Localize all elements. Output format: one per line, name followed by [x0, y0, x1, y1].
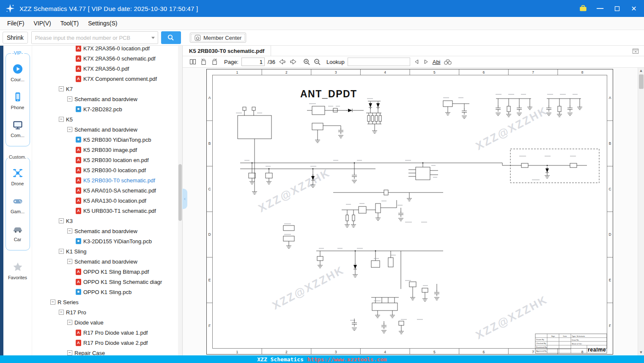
- collapse-icon[interactable]: [59, 249, 64, 254]
- tree-item[interactable]: K7X 2RA356-0 location.pdf: [32, 46, 182, 53]
- tree-item[interactable]: OPPO K1 Sling Schematic diagr: [32, 277, 182, 287]
- svg-text:Sheet of Ver:: Sheet of Ver:: [572, 343, 582, 345]
- tree-scrollbar[interactable]: [178, 46, 182, 355]
- tree-item[interactable]: R17 Pro Diode value 2.pdf: [32, 338, 182, 348]
- menu-file[interactable]: File(F): [3, 17, 29, 30]
- abi-toggle[interactable]: Abi: [433, 59, 441, 65]
- next-page-icon[interactable]: [289, 58, 297, 66]
- sidebar-item-favorites[interactable]: Favorites: [3, 261, 32, 280]
- collapse-icon[interactable]: [67, 350, 72, 355]
- tree-item[interactable]: K7: [32, 84, 182, 94]
- search-input[interactable]: [32, 32, 148, 44]
- collapse-icon[interactable]: [59, 218, 64, 223]
- zoom-out-icon[interactable]: [313, 58, 321, 66]
- maximize-icon[interactable]: [610, 2, 624, 15]
- sidebar-item-course[interactable]: Cour...: [6, 63, 30, 82]
- tree-item[interactable]: R17 Pro Diode value 1.pdf: [32, 327, 182, 338]
- pdf-scrollbar[interactable]: ▲ ▼: [638, 68, 644, 355]
- tree-item[interactable]: K3: [32, 216, 182, 226]
- tree-item[interactable]: OPPO K1 Sling Bitmap.pdf: [32, 267, 182, 277]
- collapse-icon[interactable]: [59, 310, 64, 315]
- tree-scrollbar-thumb[interactable]: [178, 164, 182, 221]
- tree-item[interactable]: K1 Sling: [32, 246, 182, 256]
- tree-item[interactable]: K5 URB030-T1 schematic.pdf: [32, 206, 182, 216]
- tree-item[interactable]: K5 2RB030-T0 schematic.pdf: [32, 175, 182, 185]
- tree-item[interactable]: K3-2DD155 YiDianTong.pcb: [32, 236, 182, 246]
- search-prev-icon[interactable]: [413, 58, 420, 65]
- menu-settings[interactable]: Settings(S): [83, 17, 122, 30]
- skin-icon[interactable]: [576, 2, 590, 15]
- rotate-right-icon[interactable]: [211, 58, 219, 66]
- svg-text:C: C: [608, 187, 611, 191]
- tree-item[interactable]: Schematic and boardview: [32, 256, 182, 267]
- tree-item[interactable]: Repair Case: [32, 348, 182, 355]
- tree-item[interactable]: Schematic and boardview: [32, 94, 182, 104]
- collapse-icon[interactable]: [67, 127, 72, 132]
- collapse-icon[interactable]: [67, 228, 72, 234]
- zoom-in-icon[interactable]: [303, 58, 310, 66]
- tree-item[interactable]: K5 2RB030 image.pdf: [32, 145, 182, 155]
- tree-item-label: Schematic and boardview: [74, 228, 137, 234]
- collapse-icon[interactable]: [67, 320, 72, 325]
- collapse-icon[interactable]: [50, 300, 55, 305]
- panel-collapse-icon[interactable]: ‹: [182, 189, 187, 209]
- pdf-scrollbar-thumb[interactable]: [639, 74, 644, 89]
- tree-item[interactable]: K5 2RB030-0 location.pdf: [32, 165, 182, 175]
- sidebar-item-car[interactable]: Car: [6, 223, 30, 242]
- two-page-view-icon[interactable]: [189, 58, 197, 66]
- tree-item[interactable]: K7X Component comment.pdf: [32, 74, 182, 84]
- tree-item[interactable]: K5 ARA010-SA schematic.pdf: [32, 185, 182, 195]
- tree-item[interactable]: R Series: [32, 297, 182, 307]
- scroll-up-icon[interactable]: ▲: [638, 68, 644, 74]
- vip-group: -VIP- Cour... Phone Com...: [5, 53, 30, 146]
- sidebar-item-computer[interactable]: Com...: [6, 119, 30, 138]
- menu-tool[interactable]: Tool(T): [56, 17, 84, 30]
- rotate-left-icon[interactable]: [200, 58, 208, 66]
- member-center-button[interactable]: Member Center: [190, 33, 246, 43]
- prev-page-icon[interactable]: [278, 58, 286, 66]
- binoculars-icon[interactable]: [444, 58, 452, 65]
- tree-item[interactable]: K5 2RB030 location en.pdf: [32, 155, 182, 165]
- svg-text:A: A: [609, 96, 611, 100]
- sidebar-item-game[interactable]: Gam...: [6, 195, 30, 214]
- tree-item[interactable]: K5: [32, 114, 182, 124]
- tree-item[interactable]: K7-2BD282.pcb: [32, 104, 182, 114]
- pdf-viewport[interactable]: 1122334455667788AABBCCDDEEFF XZZ@XZZHKXZ…: [183, 68, 644, 355]
- shrink-button[interactable]: Shrink: [3, 32, 28, 44]
- tree-item[interactable]: R17 Pro: [32, 307, 182, 317]
- tree-item[interactable]: K7X 2RA356-0 schematic.pdf: [32, 53, 182, 63]
- tree-item-label: K7X Component comment.pdf: [83, 76, 157, 82]
- tree-item-label: Repair Case: [74, 350, 105, 356]
- file-tree: K7X 2RA356-0 location.pdfK7X 2RA356-0 sc…: [32, 46, 182, 355]
- tree-item[interactable]: K5 ARA130-0 location.pdf: [32, 195, 182, 206]
- sidebar-item-drone[interactable]: Drone: [6, 168, 30, 186]
- menu-vip[interactable]: VIP(V): [29, 17, 55, 30]
- search-button[interactable]: [161, 31, 181, 44]
- tree-item[interactable]: K5 2RB030 YiDianTong.pcb: [32, 135, 182, 145]
- collapse-icon[interactable]: [59, 117, 64, 122]
- close-icon[interactable]: ✕: [627, 2, 641, 15]
- pdf-file-icon: [76, 208, 81, 214]
- tab-schematic-pdf[interactable]: K5 2RB030-T0 schematic.pdf: [183, 46, 271, 56]
- custom-group: Custom. Drone Gam... Car: [5, 157, 30, 250]
- collapse-icon[interactable]: [59, 86, 64, 91]
- collapse-icon[interactable]: [67, 259, 72, 264]
- collapse-icon[interactable]: [67, 96, 72, 102]
- scroll-down-icon[interactable]: ▼: [638, 349, 644, 355]
- status-url[interactable]: https://www.xzztools.com: [307, 356, 387, 363]
- phone-icon: [12, 91, 23, 104]
- tree-item[interactable]: Schematic and boardview: [32, 124, 182, 135]
- search-next-icon[interactable]: [423, 58, 430, 65]
- page-number-input[interactable]: [241, 58, 265, 66]
- tree-item[interactable]: Diode value: [32, 317, 182, 327]
- minimize-icon[interactable]: —: [593, 2, 607, 15]
- close-document-icon[interactable]: [632, 48, 639, 54]
- sidebar-item-label: Drone: [11, 181, 24, 186]
- sidebar-item-phone[interactable]: Phone: [6, 91, 30, 110]
- chevron-down-icon[interactable]: [148, 37, 158, 39]
- lookup-input[interactable]: [348, 58, 410, 66]
- tree-item[interactable]: Schematic and boardview: [32, 226, 182, 236]
- member-center-label: Member Center: [203, 35, 241, 41]
- tree-item[interactable]: OPPO K1 Sling.pcb: [32, 287, 182, 297]
- tree-item[interactable]: K7X 2RA356-0.pdf: [32, 63, 182, 74]
